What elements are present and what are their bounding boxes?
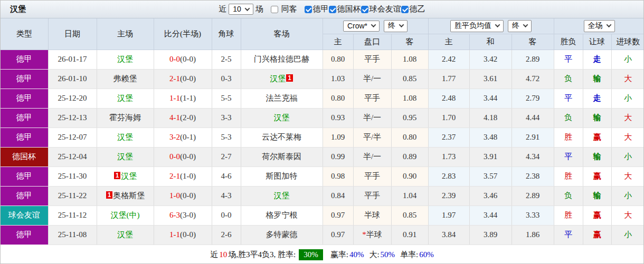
same-away-label[interactable]: 同客 [281,4,297,14]
score-cell: 3-2(0-1) [154,128,212,147]
col-corner: 角球 [212,18,241,50]
date-cell: 26-01-17 [48,50,97,69]
avg-draw-cell: 3.44 [469,206,512,225]
away-team-cell: 汉堡 [241,108,323,128]
col-handicap: 让球 [583,34,611,50]
avg-away-cell: 4.34 [512,147,554,167]
result-wdl-cell: 平 [554,50,583,69]
recent-count-value: 10 [233,5,241,13]
odds-stage-value: 终 [388,21,395,31]
league-type-cell: 德甲 [1,50,48,69]
halftime-score: (1-0) [180,172,196,180]
odds-away-cell: 1.08 [391,50,428,69]
odds-stage-select[interactable]: 终 [384,20,408,32]
avg-stage-select[interactable]: 终 [508,20,532,32]
odds-home-cell: 0.80 [323,50,353,69]
result-wdl-cell: 胜 [554,206,583,225]
result-goals-cell: 大 [611,206,644,225]
red-card-badge: 1 [114,172,121,179]
team-name: 汉堡 [117,133,133,141]
avg-draw-cell: 3.61 [469,69,512,89]
table-row: 德甲25-11-08汉堡1-1(0-0)2-6多特蒙德0.97*半球0.913.… [1,225,644,245]
team-name: 汉堡 [117,152,133,161]
odds-home-cell: 0.97 [323,225,353,245]
chevron-down-icon [244,6,250,11]
avg-away-cell: 2.79 [512,89,554,108]
col-odds-home: 主 [323,34,353,50]
league-type-cell: 德甲 [1,128,48,147]
fulltime-score: 6-3 [169,211,180,219]
odds-company-select[interactable]: Crow* [343,21,380,32]
date-cell: 25-11-30 [48,167,97,186]
result-goals-cell: 小 [611,147,644,167]
fulltime-score: 2-1 [169,74,180,83]
matches-unit-label: 场 [255,4,263,14]
league-checkbox-label[interactable]: 德国杯 [337,4,361,14]
corner-cell: 4-6 [212,167,241,186]
away-team-cell: 荷尔斯泰因 [241,147,323,167]
league-checkbox-label[interactable]: 球会友谊 [370,4,401,14]
handicap-line-cell: 平手 [353,50,391,69]
league-type-cell: 德国杯 [1,147,48,167]
col-avg-away: 客 [512,34,554,50]
odds-away-cell: 0.91 [391,225,428,245]
result-handicap-cell: 输 [583,186,611,206]
near-label: 近 [219,4,226,14]
odds-home-cell: 0.93 [323,108,353,128]
red-card-badge: 1 [106,191,113,199]
corner-cell: 5-3 [212,128,241,147]
away-team-cell: 格罗宁根 [241,206,323,225]
league-checkbox[interactable] [329,6,336,13]
date-cell: 25-12-07 [48,128,97,147]
home-team-cell: 汉堡(中) [97,206,154,225]
avg-stage-value: 终 [512,21,519,31]
team-name: 法兰克福 [266,94,298,102]
match-history-widget: 汉堡 近 10 场 同客 德甲德国杯球会友谊德乙 类型 日期 [0,0,644,264]
handicap-line-cell: 半/一 [353,108,391,128]
avg-type-select[interactable]: 胜平负均值 [450,20,504,32]
odds-away-cell: 0.90 [391,167,428,186]
team-name: 霍芬海姆 [109,113,141,122]
corner-cell: 4-3 [212,186,241,206]
col-avg-draw: 和 [469,34,512,50]
avg-away-cell: 1.86 [512,225,554,245]
avg-home-cell: 2.42 [428,50,469,69]
same-away-checkbox[interactable] [271,6,278,13]
scope-group-header: 全场 [554,18,644,34]
league-type-cell: 德甲 [1,186,48,206]
team-name: 汉堡 [274,191,290,200]
home-team-cell: 霍芬海姆 [97,108,154,128]
corner-cell: 5-5 [212,89,241,108]
score-cell: 6-3(3-0) [154,206,212,225]
avg-home-cell: 2.48 [428,89,469,108]
result-handicap-cell: 走 [583,89,611,108]
table-row: 德甲25-12-20汉堡1-1(1-1)5-5法兰克福0.80平手1.082.4… [1,89,644,108]
league-checkbox[interactable] [401,6,409,13]
handicap-rate-value: 40% [349,250,364,259]
halftime-score: (0-0) [180,55,196,63]
fulltime-score: 0-0 [169,55,180,63]
col-home: 主场 [97,18,154,50]
result-wdl-cell: 平 [554,89,583,108]
scope-select[interactable]: 全场 [584,20,615,32]
chevron-down-icon [399,22,404,27]
corner-cell: 2-6 [212,225,241,245]
corner-cell: 0-3 [212,69,241,89]
league-checkbox[interactable] [361,6,368,13]
league-checkbox-label[interactable]: 德甲 [313,4,329,14]
table-row: 德国杯25-12-04汉堡0-0(0-0)2-7荷尔斯泰因0.99半/一0.89… [1,147,644,167]
odds-home-cell: 1.03 [323,69,353,89]
col-away: 客场 [241,18,323,50]
chevron-down-icon [606,22,611,27]
team-name: 汉堡 [270,74,286,83]
team-name: 荷尔斯泰因 [262,152,301,161]
league-filter-group: 德甲德国杯球会友谊德乙 [305,4,425,14]
league-checkbox-label[interactable]: 德乙 [410,4,425,14]
league-checkbox[interactable] [305,6,312,13]
recent-count-select[interactable]: 10 [229,4,253,15]
avg-home-cell: 2.83 [428,167,469,186]
col-avg-home: 主 [428,34,469,50]
over-rate-value: 50% [381,250,395,259]
away-team-cell: 汉堡 [241,186,323,206]
avg-home-cell: 1.97 [428,206,469,225]
